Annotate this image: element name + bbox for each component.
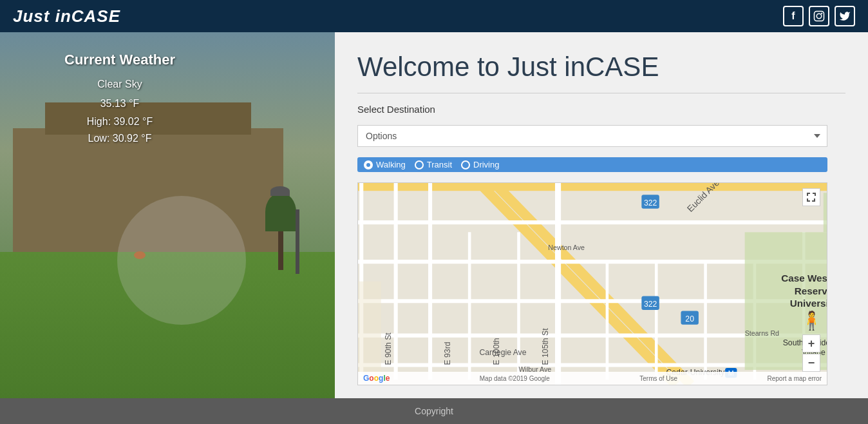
map-attribution-bar: Google Map data ©2019 Google Terms of Us…: [358, 372, 827, 385]
circle-overlay: [117, 196, 246, 325]
app-logo: Just inCASE: [13, 6, 120, 26]
destination-label: Select Destination: [357, 104, 845, 115]
svg-text:20: 20: [685, 314, 694, 323]
zoom-in-button[interactable]: +: [802, 334, 820, 352]
destination-select[interactable]: Options: [357, 125, 827, 147]
copyright-text: Copyright: [415, 406, 453, 416]
svg-text:Reserve: Reserve: [795, 285, 827, 296]
weather-temperature: 35.13 °F: [64, 98, 175, 110]
transport-mode-bar: Walking Transit Driving: [357, 157, 827, 172]
weather-title: Current Weather: [64, 52, 175, 68]
svg-text:322: 322: [644, 198, 657, 207]
svg-point-1: [816, 14, 822, 19]
report-map-link[interactable]: Report a map error: [768, 375, 822, 382]
transit-option[interactable]: Transit: [415, 160, 452, 169]
svg-rect-29: [358, 282, 381, 385]
svg-text:E 105th St: E 105th St: [541, 328, 550, 365]
svg-text:E 93rd: E 93rd: [443, 342, 452, 365]
zoom-out-button[interactable]: −: [802, 354, 820, 372]
weather-overlay: Current Weather Clear Sky 35.13 °F High:…: [64, 52, 175, 144]
map-fullscreen-button[interactable]: [802, 188, 820, 206]
lamp-head: [270, 186, 290, 196]
svg-text:E 90th St: E 90th St: [384, 332, 393, 365]
walking-option[interactable]: Walking: [364, 160, 406, 169]
page-title: Welcome to Just inCASE: [357, 52, 845, 93]
instagram-icon[interactable]: [809, 6, 829, 26]
svg-text:Carnegie Ave: Carnegie Ave: [479, 348, 526, 357]
map-zoom-controls: + −: [802, 334, 820, 372]
terms-of-use-link[interactable]: Terms of Use: [639, 375, 677, 382]
svg-point-2: [821, 13, 822, 14]
facebook-icon[interactable]: f: [783, 6, 804, 26]
main-content: Current Weather Clear Sky 35.13 °F High:…: [0, 32, 868, 398]
driving-option[interactable]: Driving: [461, 160, 499, 169]
map-data-attribution: Map data ©2019 Google: [480, 375, 550, 382]
svg-text:Stearns Rd: Stearns Rd: [745, 329, 779, 337]
page-footer: Copyright: [0, 398, 868, 424]
weather-low: Low: 30.92 °F: [64, 133, 175, 144]
lamp-post: [296, 209, 299, 274]
options-row: Options: [357, 125, 845, 147]
driving-radio[interactable]: [461, 160, 470, 169]
map-container[interactable]: E 105th St E 100th E 93rd E 90th St Eucl…: [357, 182, 827, 385]
weather-high: High: 39.02 °F: [64, 116, 175, 128]
weather-panel: Current Weather Clear Sky 35.13 °F High:…: [0, 32, 335, 398]
twitter-icon[interactable]: [835, 6, 855, 26]
map-svg: E 105th St E 100th E 93rd E 90th St Eucl…: [358, 183, 827, 385]
tree-silhouette: [278, 193, 283, 270]
svg-rect-28: [824, 193, 827, 232]
weather-condition: Clear Sky: [64, 79, 175, 90]
social-icons-group: f: [783, 6, 855, 26]
driving-label: Driving: [473, 160, 499, 169]
svg-text:Case Western: Case Western: [781, 273, 827, 284]
info-panel: Welcome to Just inCASE Select Destinatio…: [335, 32, 868, 398]
transit-radio[interactable]: [415, 160, 424, 169]
app-header: Just inCASE f: [0, 0, 868, 32]
svg-text:Newton Ave: Newton Ave: [548, 244, 585, 251]
walking-radio[interactable]: [364, 160, 373, 169]
svg-text:322: 322: [644, 300, 657, 309]
transit-label: Transit: [427, 160, 452, 169]
svg-rect-0: [815, 12, 824, 21]
google-logo: Google: [363, 374, 390, 383]
walking-label: Walking: [376, 160, 406, 169]
street-view-person[interactable]: 🧍: [802, 307, 820, 333]
